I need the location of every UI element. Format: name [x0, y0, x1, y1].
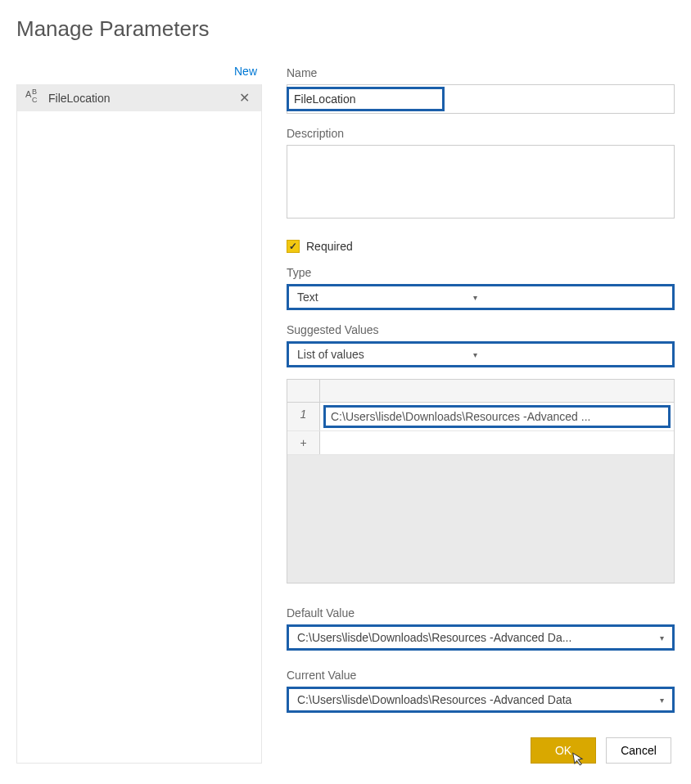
name-label: Name [287, 66, 675, 79]
chevron-down-icon: ▾ [660, 696, 664, 705]
add-row-icon: + [287, 431, 320, 454]
parameter-item-filelocation[interactable]: BC FileLocation ✕ [17, 84, 261, 111]
text-type-icon: BC [25, 92, 40, 105]
dialog-title: Manage Parameters [16, 16, 675, 42]
suggested-values-label: Suggested Values [287, 323, 675, 336]
cancel-button[interactable]: Cancel [606, 737, 671, 764]
button-row: OK Cancel [287, 737, 675, 764]
chevron-down-icon: ▾ [660, 633, 664, 642]
required-label: Required [306, 240, 353, 253]
current-value-select-value: C:\Users\lisde\Downloads\Resources -Adva… [297, 693, 571, 706]
name-input-row [287, 84, 675, 114]
new-parameter-link[interactable]: New [16, 65, 262, 78]
parameter-list-panel: New BC FileLocation ✕ [16, 65, 262, 764]
ok-button[interactable]: OK [531, 737, 596, 764]
parameter-item-label: FileLocation [48, 92, 228, 105]
default-value-select[interactable]: C:\Users\lisde\Downloads\Resources -Adva… [289, 627, 672, 648]
description-input[interactable] [287, 145, 675, 219]
type-label: Type [287, 266, 675, 279]
ok-button-label: OK [555, 744, 571, 757]
parameter-list: BC FileLocation ✕ [16, 84, 262, 764]
type-select[interactable]: Text ▾ [289, 286, 486, 308]
description-label: Description [287, 127, 675, 140]
default-value-select-value: C:\Users\lisde\Downloads\Resources -Adva… [297, 631, 571, 644]
values-grid: 1 C:\Users\lisde\Downloads\Resources -Ad… [287, 379, 675, 583]
type-select-value: Text [297, 291, 318, 304]
required-row: Required [287, 240, 675, 253]
chevron-down-icon: ▾ [473, 293, 477, 302]
add-row[interactable]: + [287, 431, 674, 455]
default-value-label: Default Value [287, 606, 675, 620]
required-checkbox[interactable] [287, 240, 300, 253]
row-number: 1 [287, 403, 320, 430]
table-row[interactable]: 1 C:\Users\lisde\Downloads\Resources -Ad… [287, 403, 674, 431]
current-value-select[interactable]: C:\Users\lisde\Downloads\Resources -Adva… [289, 689, 672, 710]
cursor-icon [571, 750, 587, 768]
current-value-label: Current Value [287, 669, 675, 682]
name-input[interactable] [289, 89, 442, 109]
name-input-rest[interactable] [445, 88, 672, 110]
row-value[interactable]: C:\Users\lisde\Downloads\Resources -Adva… [323, 405, 671, 428]
parameter-form: Name Description Required Type Text ▾ Su… [287, 65, 675, 764]
chevron-down-icon: ▾ [473, 350, 477, 359]
grid-header [287, 380, 674, 403]
suggested-values-select[interactable]: List of values ▾ [289, 344, 486, 365]
delete-parameter-icon[interactable]: ✕ [236, 90, 253, 106]
suggested-values-select-value: List of values [297, 348, 364, 361]
